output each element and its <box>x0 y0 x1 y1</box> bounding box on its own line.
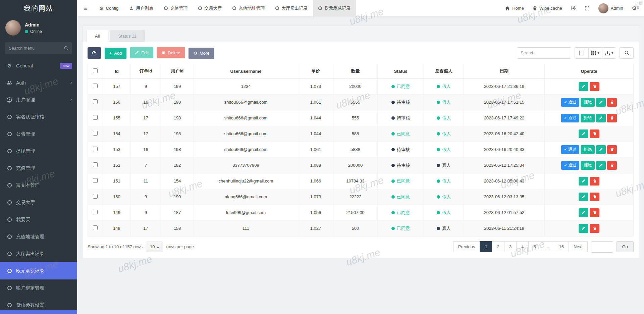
row-edit-button[interactable] <box>596 145 606 154</box>
column-header[interactable]: Id <box>103 64 131 78</box>
row-delete-button[interactable] <box>590 208 599 217</box>
row-edit-button[interactable] <box>579 82 588 91</box>
page-item[interactable]: ... <box>541 241 554 252</box>
page-item[interactable]: 1 <box>480 241 492 252</box>
sidebar-item[interactable]: 提现管理 <box>0 143 77 160</box>
approve-button[interactable]: ✔ 通过 <box>561 114 579 122</box>
more-button[interactable]: ⚙ More <box>189 48 214 59</box>
table-search-input[interactable] <box>517 47 571 59</box>
page-jump-input[interactable] <box>591 241 613 253</box>
column-header[interactable]: 订单id <box>131 64 161 78</box>
row-edit-button[interactable] <box>596 98 606 107</box>
sidebar-item[interactable]: 账户绑定管理 <box>0 279 77 297</box>
language-button[interactable] <box>567 0 580 17</box>
sidebar-item[interactable]: 大厅卖出记录 <box>0 245 77 262</box>
row-edit-button[interactable] <box>596 161 606 170</box>
row-checkbox[interactable] <box>93 84 98 88</box>
reject-button[interactable]: 拒绝 <box>581 145 595 154</box>
top-tab[interactable]: 充值管理 <box>159 0 193 16</box>
column-header[interactable]: Status <box>378 64 424 78</box>
row-checkbox[interactable] <box>93 147 98 151</box>
row-edit-button[interactable] <box>579 177 588 186</box>
row-edit-button[interactable] <box>579 208 588 217</box>
row-delete-button[interactable] <box>590 177 599 186</box>
row-delete-button[interactable] <box>590 82 599 91</box>
sidebar-search-input[interactable]: Search menu <box>5 42 72 54</box>
sidebar-item[interactable]: 充值管理 <box>0 160 77 177</box>
detail-view-button[interactable] <box>575 47 589 59</box>
row-checkbox[interactable] <box>93 162 98 167</box>
row-edit-button[interactable] <box>579 224 588 233</box>
panel-tab[interactable]: Status 11 <box>110 30 145 42</box>
row-edit-button[interactable] <box>579 193 588 201</box>
sidebar-item[interactable]: 富文本管理 <box>0 177 77 194</box>
row-delete-button[interactable] <box>607 98 617 107</box>
page-size-dropdown[interactable]: 10 ▴ <box>146 242 163 252</box>
row-delete-button[interactable] <box>590 224 599 233</box>
column-header[interactable]: 日期 <box>464 64 545 78</box>
row-checkbox[interactable] <box>93 131 98 136</box>
approve-button[interactable]: ✔ 通过 <box>561 161 579 170</box>
approve-button[interactable]: ✔ 通过 <box>561 145 579 154</box>
row-checkbox[interactable] <box>93 225 98 230</box>
column-header[interactable]: Operate <box>545 64 634 78</box>
sidebar-item[interactable]: 欧元承兑记录 <box>0 262 77 279</box>
export-button[interactable]: ▾ <box>602 47 616 59</box>
column-header[interactable]: User.username <box>194 64 298 78</box>
delete-button[interactable]: Delete <box>157 47 185 58</box>
sidebar-item[interactable]: 交易大厅 <box>0 194 77 211</box>
column-header[interactable]: 单价 <box>298 64 333 78</box>
top-tab[interactable]: 用户列表 <box>124 0 159 16</box>
row-delete-button[interactable] <box>607 161 617 170</box>
row-checkbox[interactable] <box>93 178 98 183</box>
page-item[interactable]: 4 <box>516 241 529 252</box>
top-tab[interactable]: 充值地址管理 <box>227 0 270 16</box>
select-all-checkbox[interactable] <box>93 68 98 73</box>
sidebar-item[interactable]: 公告管理 <box>0 125 77 143</box>
row-checkbox[interactable] <box>93 99 98 104</box>
sidebar-item[interactable]: 用户管理 ‹ <box>0 91 77 108</box>
row-checkbox[interactable] <box>93 210 98 214</box>
panel-tab[interactable]: All <box>87 30 108 42</box>
fullscreen-button[interactable] <box>580 0 594 17</box>
approve-button[interactable]: ✔ 通过 <box>561 98 579 107</box>
page-item[interactable]: 3 <box>504 241 517 252</box>
reject-button[interactable]: 拒绝 <box>581 114 595 122</box>
admin-menu[interactable]: Admin <box>594 0 628 17</box>
page-item[interactable]: 16 <box>554 241 569 252</box>
column-header[interactable]: 用户id <box>161 64 194 78</box>
refresh-button[interactable]: ⟳ <box>88 47 101 59</box>
column-header[interactable]: 数量 <box>333 64 378 78</box>
sidebar-item[interactable]: ⚙ General new <box>0 57 77 74</box>
row-edit-button[interactable] <box>596 114 606 122</box>
go-button[interactable]: Go <box>616 241 634 252</box>
row-delete-button[interactable] <box>607 145 617 154</box>
hamburger-menu-icon[interactable]: ≡ <box>77 0 94 16</box>
row-delete-button[interactable] <box>590 193 599 201</box>
page-item[interactable]: Next <box>569 241 588 252</box>
columns-button[interactable]: ▾ <box>588 47 602 59</box>
sidebar-item[interactable]: 实名认证审核 <box>0 108 77 125</box>
row-checkbox[interactable] <box>93 194 98 199</box>
top-tab[interactable]: 欧元承兑记录 <box>313 0 356 16</box>
top-tab[interactable]: 大厅卖出记录 <box>270 0 313 16</box>
row-edit-button[interactable] <box>579 129 588 138</box>
page-item[interactable]: Previous <box>453 241 480 252</box>
sidebar-item[interactable]: 我要买 <box>0 211 77 228</box>
row-delete-button[interactable] <box>590 129 599 138</box>
top-tab[interactable]: ⚙ Config <box>94 0 124 16</box>
row-delete-button[interactable] <box>607 114 617 122</box>
wipe-cache-button[interactable]: Wipe cache <box>528 0 567 17</box>
add-button[interactable]: + Add <box>105 48 127 59</box>
search-button[interactable] <box>620 47 634 59</box>
reject-button[interactable]: 拒绝 <box>581 98 595 107</box>
sidebar-item[interactable]: 充值地址管理 <box>0 228 77 245</box>
page-item[interactable]: 5 <box>528 241 541 252</box>
avatar[interactable] <box>5 20 21 36</box>
edit-button[interactable]: Edit <box>130 47 153 58</box>
row-checkbox[interactable] <box>93 115 98 120</box>
page-item[interactable]: 2 <box>492 241 504 252</box>
home-button[interactable]: Home <box>500 0 528 17</box>
column-header[interactable]: 是否假人 <box>424 64 464 78</box>
reject-button[interactable]: 拒绝 <box>581 161 595 170</box>
